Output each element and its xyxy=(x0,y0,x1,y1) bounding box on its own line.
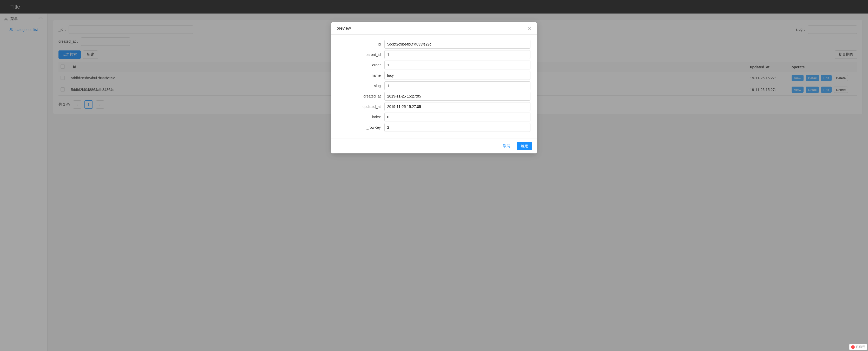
preview-modal: preview _id parent_id order name slug cr… xyxy=(331,22,537,153)
field-slug-input[interactable] xyxy=(384,81,530,90)
watermark-text: 亿速云 xyxy=(856,345,865,349)
field-order-label: order xyxy=(338,63,384,67)
field-index-input[interactable] xyxy=(384,113,530,121)
field-createdat-input[interactable] xyxy=(384,92,530,100)
field-parentid-label: parent_id xyxy=(338,53,384,57)
field-index-label: _index xyxy=(338,115,384,119)
field-updatedat-label: updated_at xyxy=(338,105,384,109)
field-order-input[interactable] xyxy=(384,61,530,69)
field-name-input[interactable] xyxy=(384,71,530,80)
watermark-icon xyxy=(851,345,855,349)
close-icon[interactable] xyxy=(527,26,531,30)
field-rowkey-input[interactable] xyxy=(384,123,530,132)
field-slug-label: slug xyxy=(338,84,384,88)
field-updatedat-input[interactable] xyxy=(384,102,530,111)
modal-title: preview xyxy=(337,26,351,31)
field-name-label: name xyxy=(338,73,384,78)
field-createdat-label: created_at xyxy=(338,94,384,98)
field-rowkey-label: _rowKey xyxy=(338,125,384,129)
field-id-input[interactable] xyxy=(384,40,530,49)
field-id-label: _id xyxy=(338,42,384,46)
modal-overlay[interactable]: preview _id parent_id order name slug cr… xyxy=(0,0,868,351)
field-parentid-input[interactable] xyxy=(384,50,530,59)
cancel-button[interactable]: 取消 xyxy=(499,142,514,150)
ok-button[interactable]: 确定 xyxy=(517,142,532,150)
watermark: 亿速云 xyxy=(849,344,867,350)
